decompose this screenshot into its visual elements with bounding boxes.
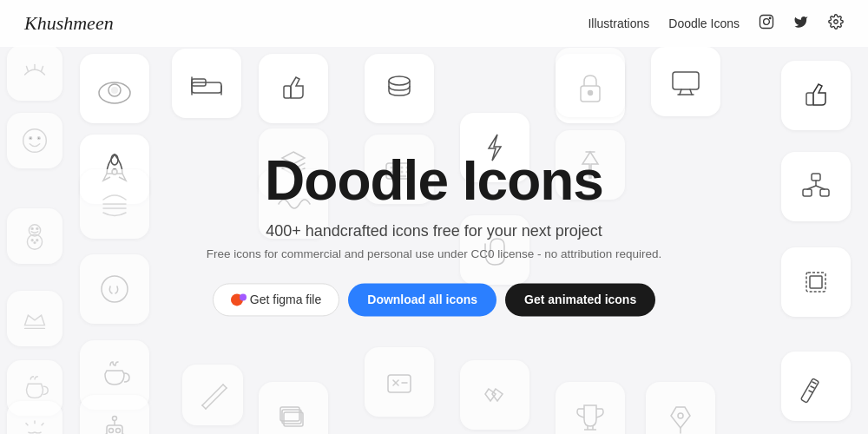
svg-rect-44 xyxy=(284,86,291,98)
svg-point-33 xyxy=(113,417,117,421)
svg-line-6 xyxy=(42,66,43,71)
svg-line-70 xyxy=(690,89,692,95)
svg-point-8 xyxy=(30,137,32,140)
snowman-icon xyxy=(7,208,62,264)
crop-icon xyxy=(781,247,851,317)
eye-lashes-icon xyxy=(7,45,62,101)
svg-point-12 xyxy=(31,228,33,230)
rocket-icon xyxy=(80,135,149,204)
svg-point-85 xyxy=(678,413,683,418)
get-animated-icons-button[interactable]: Get animated icons xyxy=(505,284,655,317)
svg-point-16 xyxy=(34,242,36,244)
svg-rect-81 xyxy=(801,378,819,403)
svg-rect-73 xyxy=(812,174,820,181)
svg-rect-37 xyxy=(192,79,206,86)
monitor-right-icon xyxy=(651,47,720,116)
svg-line-42 xyxy=(202,405,206,409)
svg-rect-80 xyxy=(810,276,822,288)
x-icon xyxy=(365,347,434,417)
svg-line-82 xyxy=(812,382,816,384)
svg-point-28 xyxy=(102,276,128,302)
lock-icon xyxy=(556,54,625,123)
svg-line-19 xyxy=(26,423,29,425)
settings-icon[interactable] xyxy=(828,14,844,33)
hero-section: Doodle Icons 400+ handcrafted icons free… xyxy=(174,152,694,316)
header: Khushmeen Illustrations Doodle Icons xyxy=(0,0,868,47)
svg-line-20 xyxy=(42,423,44,425)
instagram-icon[interactable] xyxy=(759,14,774,33)
hero-description: Free icons for commercial and personal u… xyxy=(174,248,694,261)
svg-rect-79 xyxy=(806,273,825,292)
pencil-icon xyxy=(182,365,243,425)
svg-rect-74 xyxy=(803,189,812,196)
figma-logo-icon xyxy=(231,294,243,306)
pen-nib-icon xyxy=(646,382,715,434)
svg-line-78 xyxy=(816,186,825,189)
svg-point-11 xyxy=(27,234,42,249)
svg-point-13 xyxy=(36,228,38,230)
svg-line-60 xyxy=(393,380,398,385)
moon-face-icon xyxy=(80,254,149,324)
cta-buttons: Get figma file Download all icons Get an… xyxy=(174,284,694,317)
svg-rect-29 xyxy=(107,425,122,434)
svg-rect-68 xyxy=(673,72,699,89)
get-figma-file-button[interactable]: Get figma file xyxy=(213,284,339,317)
svg-line-84 xyxy=(809,391,812,392)
svg-point-21 xyxy=(99,82,130,103)
svg-rect-63 xyxy=(581,86,600,102)
svg-line-61 xyxy=(393,380,398,385)
svg-point-64 xyxy=(589,91,593,95)
svg-rect-46 xyxy=(282,410,301,424)
svg-line-77 xyxy=(807,186,816,189)
svg-rect-72 xyxy=(806,93,813,105)
twitter-icon[interactable] xyxy=(793,14,809,33)
bed-icon xyxy=(172,49,241,118)
svg-point-14 xyxy=(31,240,33,241)
svg-line-4 xyxy=(27,66,29,71)
nav: Illustrations Doodle Icons xyxy=(588,14,844,33)
svg-point-7 xyxy=(23,129,47,153)
logo[interactable]: Khushmeen xyxy=(24,12,114,35)
svg-point-31 xyxy=(116,429,121,433)
tea-cup-icon xyxy=(80,340,149,410)
trophy-icon xyxy=(556,382,625,434)
fried-egg-icon xyxy=(80,54,149,123)
svg-point-48 xyxy=(389,76,410,85)
ruler-icon xyxy=(781,352,851,421)
svg-line-69 xyxy=(680,89,681,95)
svg-rect-47 xyxy=(280,407,299,421)
svg-rect-36 xyxy=(192,82,221,93)
nav-doodle-icons[interactable]: Doodle Icons xyxy=(668,16,740,30)
svg-rect-75 xyxy=(820,189,829,196)
svg-point-23 xyxy=(111,87,118,94)
svg-point-25 xyxy=(112,169,117,174)
svg-rect-59 xyxy=(388,375,411,392)
robot-icon xyxy=(80,395,149,434)
svg-point-2 xyxy=(769,17,771,19)
svg-line-41 xyxy=(206,388,227,409)
svg-point-10 xyxy=(29,225,40,236)
svg-point-9 xyxy=(37,137,40,140)
nav-illustrations[interactable]: Illustrations xyxy=(588,16,649,30)
svg-point-30 xyxy=(109,429,114,433)
svg-point-1 xyxy=(764,19,770,25)
hero-subtitle: 400+ handcrafted icons free for your nex… xyxy=(174,223,694,241)
burger-icon xyxy=(80,169,149,239)
svg-line-43 xyxy=(223,385,227,388)
svg-line-83 xyxy=(811,386,814,388)
hierarchy-icon xyxy=(781,152,851,221)
download-all-icons-button[interactable]: Download all icons xyxy=(348,284,496,317)
stacked-papers-icon xyxy=(259,382,328,434)
smiley-icon xyxy=(7,113,62,168)
coffee-cup-icon xyxy=(7,360,62,416)
svg-point-22 xyxy=(108,84,121,96)
diamonds-icon xyxy=(460,360,529,430)
svg-line-40 xyxy=(202,385,223,405)
hero-title: Doodle Icons xyxy=(174,152,694,210)
svg-point-24 xyxy=(111,155,118,165)
database-icon xyxy=(365,54,434,123)
crown-icon xyxy=(7,291,62,346)
thumbs-up-right-icon xyxy=(781,61,851,130)
sunrise-icon xyxy=(7,401,62,434)
svg-point-3 xyxy=(834,20,838,24)
